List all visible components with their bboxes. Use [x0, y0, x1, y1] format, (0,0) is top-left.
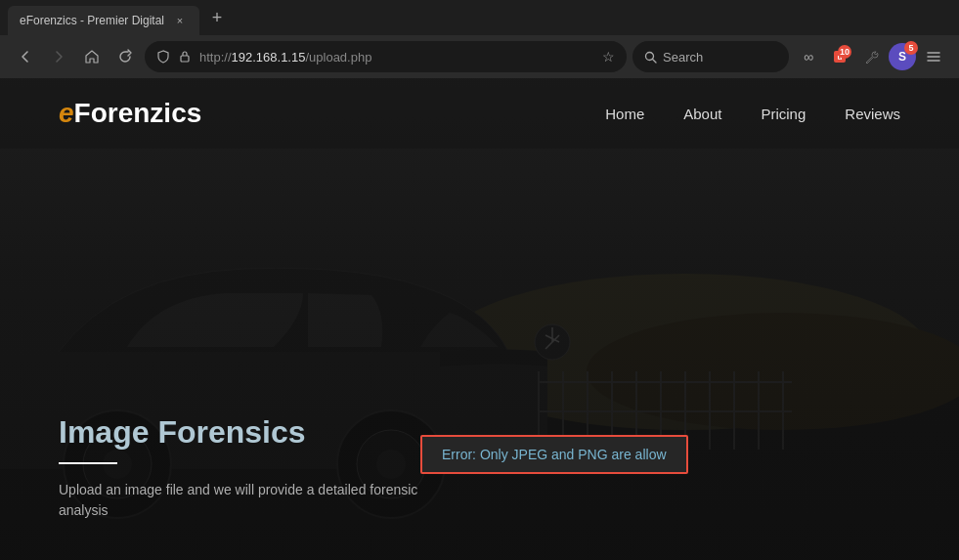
menu-button[interactable]: [920, 43, 947, 70]
tab-title: eForenzics - Premier Digital: [20, 14, 164, 27]
refresh-button[interactable]: [111, 43, 139, 70]
active-tab[interactable]: eForenzics - Premier Digital ×: [8, 6, 199, 35]
profile-badge: 5: [904, 41, 918, 55]
nav-bar: http://192.168.1.15/upload.php ☆ Search …: [0, 35, 959, 78]
site-nav: Home About Pricing Reviews: [605, 106, 900, 122]
url-path: /upload.php: [305, 50, 371, 65]
url-host: 192.168.1.15: [232, 50, 306, 65]
home-button[interactable]: [78, 43, 106, 70]
website-content: eForenzics Home About Pricing Reviews Im…: [0, 78, 959, 560]
tab-close-button[interactable]: ×: [172, 13, 188, 28]
forward-button[interactable]: [45, 43, 72, 70]
svg-line-2: [653, 59, 657, 63]
ublock-button[interactable]: u 10: [826, 43, 853, 70]
bookmark-button[interactable]: ☆: [602, 49, 615, 65]
nav-reviews[interactable]: Reviews: [845, 106, 900, 122]
url-display: http://192.168.1.15/upload.php: [199, 50, 594, 65]
shield-icon: [156, 50, 170, 64]
site-header: eForenzics Home About Pricing Reviews: [0, 78, 959, 149]
tab-bar: eForenzics - Premier Digital × +: [0, 0, 959, 35]
search-icon: [644, 51, 657, 64]
svg-rect-0: [181, 56, 189, 62]
browser-chrome: eForenzics - Premier Digital × +: [0, 0, 959, 78]
nav-pricing[interactable]: Pricing: [761, 106, 806, 122]
wrench-button[interactable]: [857, 43, 885, 70]
address-bar[interactable]: http://192.168.1.15/upload.php ☆: [145, 41, 627, 72]
url-protocol: http://: [199, 50, 232, 65]
nav-home[interactable]: Home: [605, 106, 644, 122]
error-message-box: Error: Only JPEG and PNG are allow: [420, 435, 688, 474]
profile-button[interactable]: S 5: [889, 43, 916, 70]
hero-description: Upload an image file and we will provide…: [59, 480, 450, 521]
hamburger-icon: [926, 49, 941, 65]
lock-icon: [178, 50, 192, 64]
hero-title: Image Forensics: [59, 414, 450, 451]
wrench-icon: [864, 50, 879, 65]
hero-divider: [59, 462, 117, 464]
logo-e: e: [59, 98, 74, 128]
nav-about[interactable]: About: [683, 106, 721, 122]
search-box[interactable]: Search: [632, 41, 789, 72]
site-logo: eForenzics: [59, 98, 201, 129]
error-text: Error: Only JPEG and PNG are allow: [442, 447, 667, 462]
hero-content: Image Forensics Upload an image file and…: [59, 414, 450, 521]
infinity-button[interactable]: ∞: [795, 43, 822, 70]
toolbar-icons: ∞ u 10 S 5: [795, 43, 947, 70]
new-tab-button[interactable]: +: [203, 4, 231, 31]
ublock-badge: 10: [838, 45, 851, 59]
back-button[interactable]: [12, 43, 39, 70]
logo-rest: Forenzics: [74, 98, 202, 128]
search-label: Search: [663, 50, 703, 65]
